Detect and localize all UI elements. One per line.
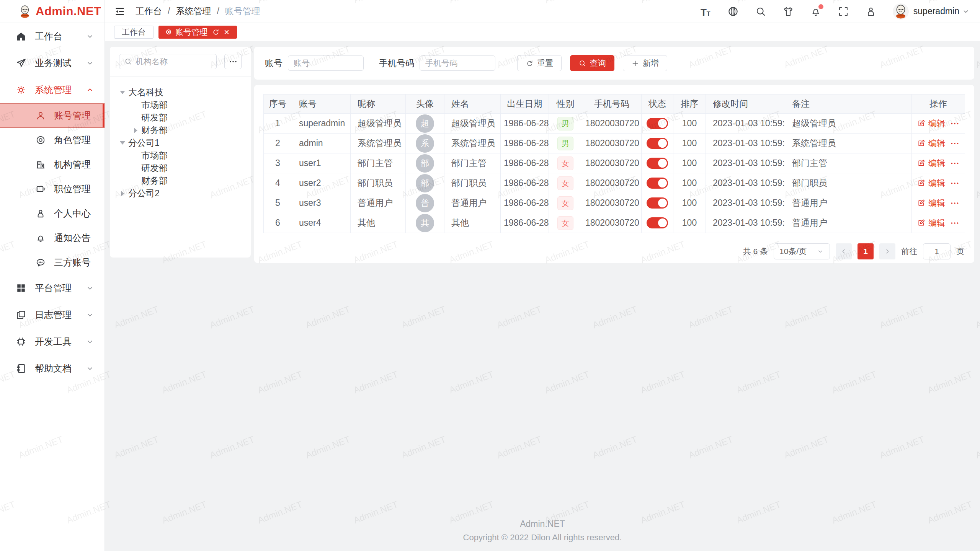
tools-icon xyxy=(15,336,27,347)
tree-node[interactable]: 分公司2 xyxy=(118,187,243,200)
sidebar-item-help-docs[interactable]: 帮助文档 xyxy=(0,355,105,382)
row-index: 5 xyxy=(275,198,280,208)
menu-fold-icon[interactable] xyxy=(114,6,126,17)
status-toggle[interactable] xyxy=(647,138,668,149)
tab-close-icon[interactable]: × xyxy=(224,28,229,37)
row-index: 6 xyxy=(275,218,280,228)
breadcrumb-item[interactable]: 系统管理 xyxy=(176,5,211,17)
username[interactable]: superadmin xyxy=(913,6,959,16)
sidebar-item-role-management[interactable]: 角色管理 xyxy=(0,128,105,152)
sidebar-item-workbench[interactable]: 工作台 xyxy=(0,23,105,50)
tree-node-label: 市场部 xyxy=(141,150,168,161)
birth-cell: 1986-06-28 xyxy=(504,198,549,208)
tree-node[interactable]: 市场部 xyxy=(118,149,243,162)
table-row: 3user1部门主管部部门主管1986-06-28女18020030720100… xyxy=(264,153,965,173)
remark-cell: 普通用户 xyxy=(792,198,827,208)
fullscreen-icon[interactable] xyxy=(838,6,849,17)
language-icon[interactable] xyxy=(727,6,739,17)
logo-text: Admin.NET xyxy=(36,5,101,18)
tree-node[interactable]: 研发部 xyxy=(118,162,243,174)
row-more-button[interactable] xyxy=(950,158,960,168)
caret-closed-icon[interactable] xyxy=(131,126,140,135)
tab-refresh-icon[interactable] xyxy=(212,28,220,36)
status-toggle[interactable] xyxy=(647,178,668,189)
sidebar-item-position-management[interactable]: 职位管理 xyxy=(0,177,105,201)
edit-icon xyxy=(917,139,926,148)
phone-input[interactable] xyxy=(420,55,495,71)
org-search-box xyxy=(119,54,217,69)
page-size-select[interactable]: 10条/页 xyxy=(774,243,830,259)
org-tree: 大名科技市场部研发部财务部分公司1市场部研发部财务部分公司2 xyxy=(110,77,251,200)
sidebar-item-org-management[interactable]: 机构管理 xyxy=(0,152,105,177)
row-more-button[interactable] xyxy=(950,178,960,188)
caret-spacer xyxy=(131,152,140,160)
row-more-button[interactable] xyxy=(950,119,960,129)
status-toggle[interactable] xyxy=(647,217,668,228)
theme-icon[interactable] xyxy=(782,6,794,17)
row-more-button[interactable] xyxy=(950,218,960,228)
add-button[interactable]: 新增 xyxy=(623,55,667,71)
user-avatar[interactable] xyxy=(893,3,909,20)
birth-cell: 1986-06-28 xyxy=(504,158,549,168)
edit-button[interactable]: 编辑 xyxy=(917,178,945,189)
status-toggle[interactable] xyxy=(647,158,668,169)
prev-page-button[interactable] xyxy=(836,243,852,259)
profile-icon[interactable] xyxy=(865,6,877,17)
tree-node[interactable]: 大名科技 xyxy=(118,86,243,99)
status-toggle[interactable] xyxy=(647,197,668,209)
reset-button[interactable]: 重置 xyxy=(517,55,562,71)
gender-badge: 女 xyxy=(557,216,573,230)
sidebar-item-system-management[interactable]: 系统管理 xyxy=(0,77,105,103)
add-label: 新增 xyxy=(643,58,659,68)
sidebar-item-personal-center[interactable]: 个人中心 xyxy=(0,201,105,226)
tree-node[interactable]: 财务部 xyxy=(118,124,243,137)
search-icon[interactable] xyxy=(755,6,766,17)
edit-button[interactable]: 编辑 xyxy=(917,197,945,209)
breadcrumb-item[interactable]: 工作台 xyxy=(136,5,162,17)
caret-closed-icon[interactable] xyxy=(118,189,127,198)
org-more-button[interactable] xyxy=(224,54,242,69)
tab-account-management[interactable]: 账号管理× xyxy=(158,26,237,39)
sidebar-item-account-management[interactable]: 账号管理 xyxy=(0,103,105,128)
edit-button[interactable]: 编辑 xyxy=(917,158,945,169)
edit-button[interactable]: 编辑 xyxy=(917,118,945,129)
sidebar-item-label: 工作台 xyxy=(35,30,85,42)
sidebar-item-notice[interactable]: 通知公告 xyxy=(0,226,105,250)
sidebar-item-platform-management[interactable]: 平台管理 xyxy=(0,275,105,302)
row-more-button[interactable] xyxy=(950,198,960,208)
logo[interactable]: Admin.NET xyxy=(0,0,105,23)
font-size-icon[interactable]: TT xyxy=(700,6,711,17)
caret-open-icon[interactable] xyxy=(118,88,127,97)
edit-button[interactable]: 编辑 xyxy=(917,217,945,229)
chevron-down-icon xyxy=(817,248,824,255)
row-more-button[interactable] xyxy=(950,139,960,148)
tree-node[interactable]: 市场部 xyxy=(118,99,243,111)
phone-cell: 18020030720 xyxy=(585,118,639,128)
notification-icon[interactable] xyxy=(810,6,822,17)
org-search-input[interactable] xyxy=(136,57,212,66)
status-toggle[interactable] xyxy=(647,118,668,129)
account-input[interactable] xyxy=(288,55,364,71)
caret-open-icon[interactable] xyxy=(118,139,127,147)
sidebar-item-third-party-account[interactable]: 三方账号 xyxy=(0,250,105,275)
tab-workbench[interactable]: 工作台 xyxy=(114,26,154,39)
tree-node[interactable]: 财务部 xyxy=(118,174,243,187)
next-page-button[interactable] xyxy=(879,243,895,259)
birth-cell: 1986-06-28 xyxy=(504,138,549,148)
chevron-down-icon[interactable] xyxy=(962,7,970,16)
edit-button[interactable]: 编辑 xyxy=(917,138,945,149)
sidebar-item-label: 系统管理 xyxy=(35,84,85,96)
tree-node[interactable]: 分公司1 xyxy=(118,137,243,149)
avatar: 超 xyxy=(416,114,434,133)
sidebar-item-dev-tools[interactable]: 开发工具 xyxy=(0,328,105,355)
sort-cell: 100 xyxy=(682,198,697,208)
page-1-button[interactable]: 1 xyxy=(858,243,874,259)
page-size-value: 10条/页 xyxy=(779,246,807,257)
sidebar-item-business-test[interactable]: 业务测试 xyxy=(0,50,105,77)
sidebar-item-log-management[interactable]: 日志管理 xyxy=(0,302,105,328)
sidebar-item-label: 日志管理 xyxy=(35,309,85,321)
goto-page-input[interactable] xyxy=(923,243,951,259)
table-row: 4user2部门职员部部门职员1986-06-28女18020030720100… xyxy=(264,173,965,193)
tree-node[interactable]: 研发部 xyxy=(118,111,243,124)
search-button[interactable]: 查询 xyxy=(570,55,614,71)
